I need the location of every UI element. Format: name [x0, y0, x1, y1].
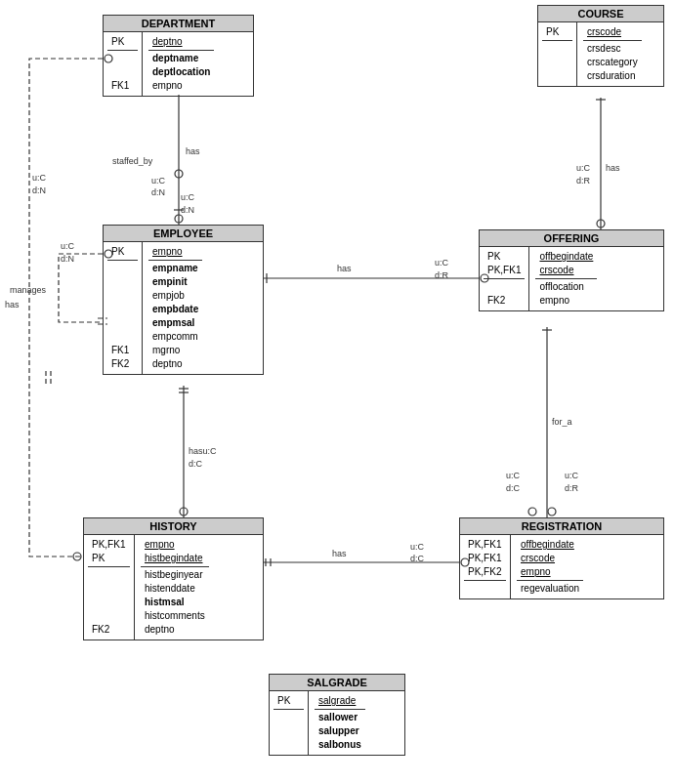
svg-point-24 [73, 553, 81, 560]
label-dc-3: d:C [506, 483, 521, 493]
svg-point-17 [528, 508, 536, 516]
entity-offering: OFFERING PK PK,FK1 FK2 offbegindate crsc… [479, 229, 664, 311]
label-for-a: for_a [552, 417, 572, 427]
label-dr-3: d:R [576, 176, 591, 186]
entity-history: HISTORY PK,FK1 PK FK2 empno [83, 517, 264, 640]
label-has-dept-emp: has [186, 146, 200, 156]
entity-salgrade: SALGRADE PK salgrade sallower salupper s… [269, 674, 405, 756]
label-uc-1: u:C [151, 176, 166, 186]
label-has-left: has [5, 300, 20, 309]
entity-course: COURSE PK crscode crsdesc crscategory cr… [537, 5, 664, 87]
label-dn-1: d:N [151, 187, 165, 197]
label-has-hist-reg: has [332, 549, 347, 558]
entity-department: DEPARTMENT PK FK1 deptno deptname deptlo… [103, 15, 254, 97]
entity-course-header: COURSE [538, 6, 663, 22]
label-uc-6: u:C [565, 471, 579, 480]
label-has-emp-hist: hasu:C [189, 446, 217, 456]
label-dr: d:R [435, 270, 449, 280]
label-dr-2: d:R [565, 483, 579, 493]
er-diagram: DEPARTMENT PK FK1 deptno deptname deptlo… [0, 0, 674, 784]
label-uc-5: u:C [506, 471, 521, 480]
entity-registration: REGISTRATION PK,FK1 PK,FK1 PK,FK2 offbeg… [459, 517, 664, 599]
label-has-emp-off: has [337, 264, 352, 273]
entity-department-header: DEPARTMENT [104, 16, 253, 32]
svg-point-3 [175, 215, 183, 223]
entity-offering-header: OFFERING [480, 230, 663, 247]
label-uc-4: u:C [410, 542, 425, 552]
svg-point-18 [548, 508, 556, 516]
svg-point-21 [597, 220, 605, 227]
entity-employee: EMPLOYEE PK FK1 FK2 empno [103, 225, 264, 375]
label-dn-2: d:N [181, 205, 194, 215]
entity-history-header: HISTORY [84, 518, 263, 535]
label-dn-3: d:N [32, 186, 46, 195]
label-uc-8: u:C [32, 173, 47, 183]
entity-registration-header: REGISTRATION [460, 518, 663, 535]
connector-svg: staffed_by has u:C d:N u:C d:N hasu:C d:… [0, 0, 674, 784]
label-has-course-off: has [606, 163, 620, 173]
label-staffed-by: staffed_by [112, 156, 153, 166]
label-uc-3: u:C [435, 258, 449, 268]
svg-point-6 [180, 508, 188, 516]
label-uc-2: u:C [181, 192, 195, 202]
entity-salgrade-header: SALGRADE [270, 675, 404, 691]
label-dc: d:C [189, 459, 203, 469]
label-manages: manages [10, 285, 47, 295]
svg-point-2 [175, 170, 183, 178]
label-uc-7: u:C [576, 163, 591, 173]
label-uc-9: u:C [61, 241, 75, 251]
entity-employee-header: EMPLOYEE [104, 226, 263, 242]
label-dn-4: d:N [61, 254, 74, 264]
label-dc-2: d:C [410, 554, 425, 563]
